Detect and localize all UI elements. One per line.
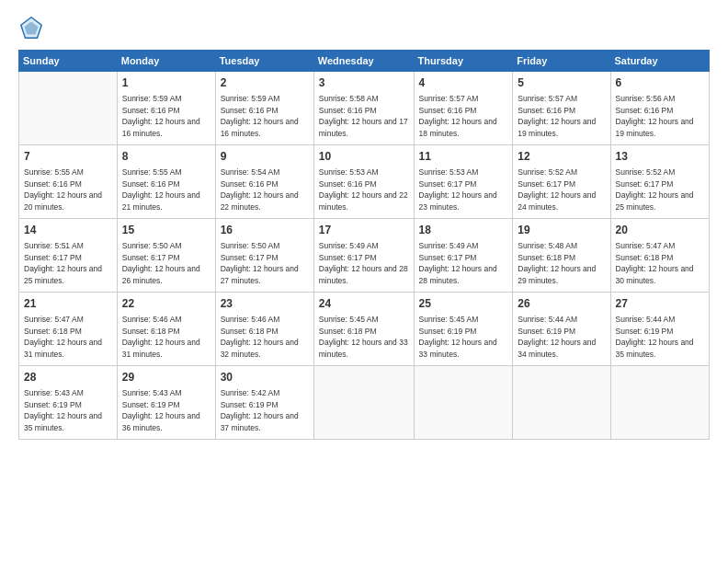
page: SundayMondayTuesdayWednesdayThursdayFrid… bbox=[0, 0, 728, 563]
day-info: Sunrise: 5:57 AMSunset: 6:16 PMDaylight:… bbox=[518, 93, 605, 140]
day-number: 5 bbox=[518, 75, 605, 91]
header-row: SundayMondayTuesdayWednesdayThursdayFrid… bbox=[19, 51, 710, 72]
day-info: Sunrise: 5:58 AMSunset: 6:16 PMDaylight:… bbox=[319, 93, 409, 140]
day-info: Sunrise: 5:47 AMSunset: 6:18 PMDaylight:… bbox=[24, 314, 112, 361]
day-cell: 21Sunrise: 5:47 AMSunset: 6:18 PMDayligh… bbox=[19, 293, 118, 366]
column-header-thursday: Thursday bbox=[414, 51, 513, 72]
day-info: Sunrise: 5:56 AMSunset: 6:16 PMDaylight:… bbox=[616, 93, 704, 140]
day-number: 3 bbox=[319, 75, 409, 91]
day-cell: 8Sunrise: 5:55 AMSunset: 6:16 PMDaylight… bbox=[117, 145, 215, 219]
day-info: Sunrise: 5:50 AMSunset: 6:17 PMDaylight:… bbox=[122, 240, 210, 287]
day-cell: 24Sunrise: 5:45 AMSunset: 6:18 PMDayligh… bbox=[313, 293, 414, 366]
day-info: Sunrise: 5:44 AMSunset: 6:19 PMDaylight:… bbox=[616, 314, 704, 361]
day-cell: 20Sunrise: 5:47 AMSunset: 6:18 PMDayligh… bbox=[610, 219, 709, 293]
day-number: 24 bbox=[319, 296, 409, 312]
calendar-table: SundayMondayTuesdayWednesdayThursdayFrid… bbox=[18, 50, 710, 440]
day-info: Sunrise: 5:52 AMSunset: 6:17 PMDaylight:… bbox=[616, 167, 704, 213]
day-cell: 2Sunrise: 5:59 AMSunset: 6:16 PMDaylight… bbox=[215, 72, 313, 145]
day-info: Sunrise: 5:49 AMSunset: 6:17 PMDaylight:… bbox=[319, 240, 409, 287]
day-number: 27 bbox=[616, 296, 704, 312]
day-cell: 12Sunrise: 5:52 AMSunset: 6:17 PMDayligh… bbox=[513, 145, 610, 219]
day-number: 13 bbox=[616, 149, 704, 165]
day-cell: 23Sunrise: 5:46 AMSunset: 6:18 PMDayligh… bbox=[215, 293, 313, 366]
day-cell: 9Sunrise: 5:54 AMSunset: 6:16 PMDaylight… bbox=[215, 145, 313, 219]
day-cell bbox=[313, 366, 414, 440]
day-cell: 26Sunrise: 5:44 AMSunset: 6:19 PMDayligh… bbox=[513, 293, 610, 366]
day-cell: 16Sunrise: 5:50 AMSunset: 6:17 PMDayligh… bbox=[215, 219, 313, 293]
day-number: 18 bbox=[419, 223, 508, 238]
day-cell: 4Sunrise: 5:57 AMSunset: 6:16 PMDaylight… bbox=[414, 72, 513, 145]
day-cell: 3Sunrise: 5:58 AMSunset: 6:16 PMDaylight… bbox=[313, 72, 414, 145]
day-info: Sunrise: 5:55 AMSunset: 6:16 PMDaylight:… bbox=[24, 167, 112, 213]
day-info: Sunrise: 5:49 AMSunset: 6:17 PMDaylight:… bbox=[419, 240, 508, 287]
week-row-3: 14Sunrise: 5:51 AMSunset: 6:17 PMDayligh… bbox=[19, 219, 710, 293]
day-info: Sunrise: 5:59 AMSunset: 6:16 PMDaylight:… bbox=[221, 93, 309, 140]
day-number: 30 bbox=[221, 370, 309, 385]
day-number: 9 bbox=[221, 149, 309, 165]
day-info: Sunrise: 5:45 AMSunset: 6:18 PMDaylight:… bbox=[319, 314, 409, 361]
column-header-friday: Friday bbox=[513, 51, 610, 72]
day-cell bbox=[610, 366, 709, 440]
day-cell: 30Sunrise: 5:42 AMSunset: 6:19 PMDayligh… bbox=[215, 366, 313, 440]
day-cell: 6Sunrise: 5:56 AMSunset: 6:16 PMDaylight… bbox=[610, 72, 709, 145]
day-cell: 29Sunrise: 5:43 AMSunset: 6:19 PMDayligh… bbox=[117, 366, 215, 440]
day-number: 23 bbox=[221, 296, 309, 312]
calendar-body: 1Sunrise: 5:59 AMSunset: 6:16 PMDaylight… bbox=[19, 72, 710, 440]
day-number: 28 bbox=[24, 370, 112, 385]
day-info: Sunrise: 5:55 AMSunset: 6:16 PMDaylight:… bbox=[122, 167, 210, 213]
day-cell: 11Sunrise: 5:53 AMSunset: 6:17 PMDayligh… bbox=[414, 145, 513, 219]
day-info: Sunrise: 5:52 AMSunset: 6:17 PMDaylight:… bbox=[518, 167, 605, 213]
day-cell: 19Sunrise: 5:48 AMSunset: 6:18 PMDayligh… bbox=[513, 219, 610, 293]
day-info: Sunrise: 5:46 AMSunset: 6:18 PMDaylight:… bbox=[122, 314, 210, 361]
day-cell: 25Sunrise: 5:45 AMSunset: 6:19 PMDayligh… bbox=[414, 293, 513, 366]
day-info: Sunrise: 5:45 AMSunset: 6:19 PMDaylight:… bbox=[419, 314, 508, 361]
day-cell: 14Sunrise: 5:51 AMSunset: 6:17 PMDayligh… bbox=[19, 219, 118, 293]
day-cell bbox=[19, 72, 118, 145]
day-number: 14 bbox=[24, 223, 112, 238]
day-number: 25 bbox=[419, 296, 508, 312]
day-number: 29 bbox=[122, 370, 210, 385]
day-cell: 13Sunrise: 5:52 AMSunset: 6:17 PMDayligh… bbox=[610, 145, 709, 219]
day-info: Sunrise: 5:51 AMSunset: 6:17 PMDaylight:… bbox=[24, 240, 112, 287]
day-number: 1 bbox=[122, 75, 210, 91]
day-info: Sunrise: 5:54 AMSunset: 6:16 PMDaylight:… bbox=[221, 167, 309, 213]
day-info: Sunrise: 5:44 AMSunset: 6:19 PMDaylight:… bbox=[518, 314, 605, 361]
day-number: 7 bbox=[24, 149, 112, 165]
day-info: Sunrise: 5:48 AMSunset: 6:18 PMDaylight:… bbox=[518, 240, 605, 287]
column-header-wednesday: Wednesday bbox=[313, 51, 414, 72]
day-cell: 17Sunrise: 5:49 AMSunset: 6:17 PMDayligh… bbox=[313, 219, 414, 293]
column-header-tuesday: Tuesday bbox=[215, 51, 313, 72]
logo-icon bbox=[18, 15, 44, 40]
day-number: 20 bbox=[616, 223, 704, 238]
day-number: 10 bbox=[319, 149, 409, 165]
day-cell: 27Sunrise: 5:44 AMSunset: 6:19 PMDayligh… bbox=[610, 293, 709, 366]
header bbox=[18, 15, 710, 40]
day-number: 2 bbox=[221, 75, 309, 91]
day-info: Sunrise: 5:43 AMSunset: 6:19 PMDaylight:… bbox=[122, 387, 210, 434]
day-info: Sunrise: 5:43 AMSunset: 6:19 PMDaylight:… bbox=[24, 387, 112, 434]
day-info: Sunrise: 5:42 AMSunset: 6:19 PMDaylight:… bbox=[221, 387, 309, 434]
day-info: Sunrise: 5:53 AMSunset: 6:17 PMDaylight:… bbox=[419, 167, 508, 213]
day-number: 6 bbox=[616, 75, 704, 91]
day-cell: 10Sunrise: 5:53 AMSunset: 6:16 PMDayligh… bbox=[313, 145, 414, 219]
day-cell: 15Sunrise: 5:50 AMSunset: 6:17 PMDayligh… bbox=[117, 219, 215, 293]
day-info: Sunrise: 5:59 AMSunset: 6:16 PMDaylight:… bbox=[122, 93, 210, 140]
column-header-monday: Monday bbox=[117, 51, 215, 72]
week-row-5: 28Sunrise: 5:43 AMSunset: 6:19 PMDayligh… bbox=[19, 366, 710, 440]
logo bbox=[18, 15, 46, 40]
day-number: 4 bbox=[419, 75, 508, 91]
week-row-1: 1Sunrise: 5:59 AMSunset: 6:16 PMDaylight… bbox=[19, 72, 710, 145]
day-number: 21 bbox=[24, 296, 112, 312]
day-number: 8 bbox=[122, 149, 210, 165]
day-number: 16 bbox=[221, 223, 309, 238]
day-cell: 28Sunrise: 5:43 AMSunset: 6:19 PMDayligh… bbox=[19, 366, 118, 440]
day-info: Sunrise: 5:57 AMSunset: 6:16 PMDaylight:… bbox=[419, 93, 508, 140]
day-number: 22 bbox=[122, 296, 210, 312]
day-info: Sunrise: 5:47 AMSunset: 6:18 PMDaylight:… bbox=[616, 240, 704, 287]
day-number: 11 bbox=[419, 149, 508, 165]
day-cell: 1Sunrise: 5:59 AMSunset: 6:16 PMDaylight… bbox=[117, 72, 215, 145]
day-cell: 7Sunrise: 5:55 AMSunset: 6:16 PMDaylight… bbox=[19, 145, 118, 219]
day-info: Sunrise: 5:53 AMSunset: 6:16 PMDaylight:… bbox=[319, 167, 409, 213]
day-number: 26 bbox=[518, 296, 605, 312]
day-number: 17 bbox=[319, 223, 409, 238]
